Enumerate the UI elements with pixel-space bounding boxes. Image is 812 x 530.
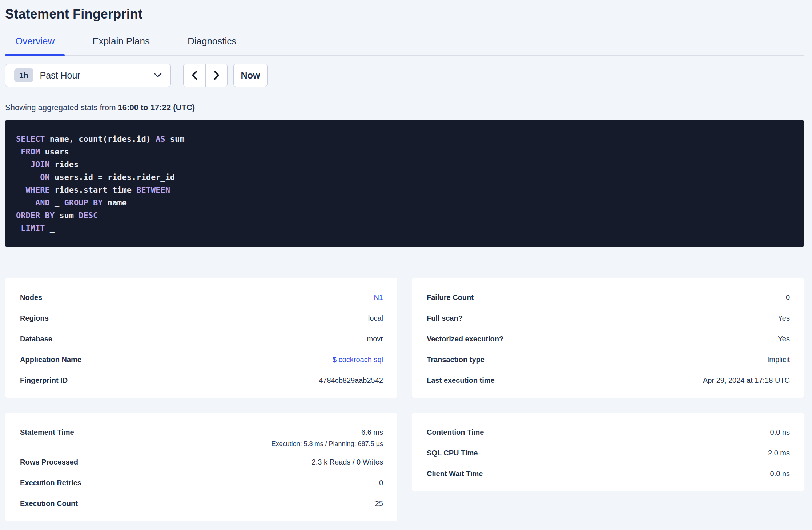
chevron-down-icon (154, 73, 162, 78)
transaction-type-value: Implicit (767, 356, 790, 364)
transaction-type-row: Transaction type Implicit (427, 356, 790, 364)
client-wait-time-value: 0.0 ns (770, 470, 790, 478)
statement-time-label: Statement Time (20, 428, 74, 437)
statement-time-value: 6.6 ms (361, 428, 383, 437)
execution-count-row: Execution Count 25 (20, 499, 383, 508)
rows-processed-label: Rows Processed (20, 458, 78, 466)
nodes-label: Nodes (20, 293, 42, 302)
vectorized-execution-value: Yes (778, 335, 790, 343)
stats-caption-range: 16:00 to 17:22 (UTC) (118, 103, 195, 112)
time-controls: 1h Past Hour Now (5, 64, 804, 87)
tab-explain-plans[interactable]: Explain Plans (82, 36, 160, 55)
contention-time-row: Contention Time 0.0 ns (427, 428, 790, 437)
chevron-right-icon (213, 71, 220, 80)
client-wait-time-label: Client Wait Time (427, 470, 483, 478)
full-scan-row: Full scan? Yes (427, 314, 790, 322)
nodes-link[interactable]: N1 (374, 293, 383, 302)
failure-count-label: Failure Count (427, 293, 474, 302)
time-range-label: Past Hour (40, 70, 80, 81)
prev-interval-button[interactable] (184, 64, 205, 87)
sql-cpu-time-row: SQL CPU Time 2.0 ms (427, 449, 790, 457)
now-button[interactable]: Now (233, 64, 268, 87)
last-execution-time-row: Last execution time Apr 29, 2024 at 17:1… (427, 376, 790, 385)
regions-row: Regions local (20, 314, 383, 322)
stats-caption: Showing aggregated stats from 16:00 to 1… (5, 103, 804, 112)
regions-label: Regions (20, 314, 49, 322)
statement-time-breakdown: Execution: 5.8 ms / Planning: 687.5 µs (271, 440, 383, 448)
sql-line: FROM users (16, 145, 793, 158)
nodes-row: Nodes N1 (20, 293, 383, 302)
last-execution-time-label: Last execution time (427, 376, 495, 385)
sql-cpu-time-value: 2.0 ms (768, 449, 790, 457)
transaction-type-label: Transaction type (427, 356, 485, 364)
sql-line: JOIN rides (16, 158, 793, 171)
statement-timing-card: Statement Time 6.6 ms Execution: 5.8 ms … (5, 413, 397, 521)
sql-cpu-time-label: SQL CPU Time (427, 449, 478, 457)
tab-bar: Overview Explain Plans Diagnostics (5, 36, 804, 56)
rows-processed-row: Rows Processed 2.3 k Reads / 0 Writes (20, 458, 383, 466)
sql-line: ORDER BY sum DESC (16, 209, 793, 222)
execution-retries-label: Execution Retries (20, 479, 81, 487)
full-scan-label: Full scan? (427, 314, 463, 322)
tab-diagnostics[interactable]: Diagnostics (177, 36, 246, 55)
database-value: movr (367, 335, 383, 343)
sql-line: WHERE rides.start_time BETWEEN _ (16, 184, 793, 196)
fingerprint-id-row: Fingerprint ID 4784cb829aab2542 (20, 376, 383, 385)
execution-count-label: Execution Count (20, 499, 78, 508)
sql-statement-box: SELECT name, count(rides.id) AS sum FROM… (5, 120, 804, 247)
fingerprint-id-label: Fingerprint ID (20, 376, 68, 385)
contention-time-label: Contention Time (427, 428, 484, 437)
chevron-left-icon (192, 71, 198, 80)
execution-retries-row: Execution Retries 0 (20, 479, 383, 487)
stats-caption-prefix: Showing aggregated stats from (5, 103, 118, 112)
vectorized-execution-row: Vectorized execution? Yes (427, 335, 790, 343)
sql-line: SELECT name, count(rides.id) AS sum (16, 133, 793, 145)
application-name-row: Application Name $ cockroach sql (20, 356, 383, 364)
full-scan-value: Yes (778, 314, 790, 322)
time-range-badge: 1h (14, 68, 33, 82)
sql-line: AND _ GROUP BY name (16, 196, 793, 209)
rows-processed-value: 2.3 k Reads / 0 Writes (312, 458, 383, 466)
sql-line: LIMIT _ (16, 222, 793, 234)
client-wait-time-row: Client Wait Time 0.0 ns (427, 470, 790, 478)
application-name-link[interactable]: $ cockroach sql (333, 356, 383, 364)
execution-count-value: 25 (375, 499, 383, 508)
wait-times-card: Contention Time 0.0 ns SQL CPU Time 2.0 … (412, 413, 804, 491)
last-execution-time-value: Apr 29, 2024 at 17:18 UTC (703, 376, 790, 385)
vectorized-execution-label: Vectorized execution? (427, 335, 503, 343)
time-step-group (183, 64, 228, 87)
failure-count-row: Failure Count 0 (427, 293, 790, 302)
sql-line: ON users.id = rides.rider_id (16, 171, 793, 184)
fingerprint-id-value: 4784cb829aab2542 (319, 376, 383, 385)
regions-value: local (368, 314, 383, 322)
next-interval-button[interactable] (205, 64, 227, 87)
tab-overview[interactable]: Overview (5, 36, 65, 55)
contention-time-value: 0.0 ns (770, 428, 790, 437)
execution-attributes-card: Failure Count 0 Full scan? Yes Vectorize… (412, 278, 804, 398)
time-range-dropdown[interactable]: 1h Past Hour (5, 64, 171, 87)
application-name-label: Application Name (20, 356, 81, 364)
statement-time-row: Statement Time 6.6 ms Execution: 5.8 ms … (20, 428, 383, 448)
execution-retries-value: 0 (379, 479, 383, 487)
statement-details-card: Nodes N1 Regions local Database movr App… (5, 278, 397, 398)
failure-count-value: 0 (786, 293, 790, 302)
page-title: Statement Fingerprint (5, 7, 804, 22)
database-label: Database (20, 335, 52, 343)
database-row: Database movr (20, 335, 383, 343)
